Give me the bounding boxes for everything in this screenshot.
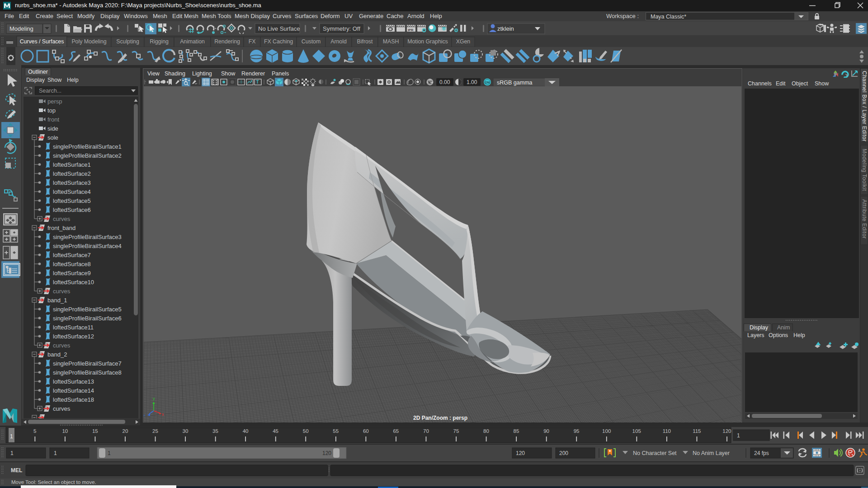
- svg-text:25: 25: [152, 428, 158, 434]
- svg-text:singleProfileBirailSurface1: singleProfileBirailSurface1: [53, 143, 122, 150]
- svg-text:Arnold: Arnold: [330, 38, 347, 45]
- svg-text:No Character Set: No Character Set: [633, 450, 677, 456]
- svg-text:curves: curves: [53, 342, 71, 349]
- svg-text:loftedSurface12: loftedSurface12: [53, 333, 94, 340]
- svg-text:120: 120: [722, 428, 731, 434]
- svg-text:55: 55: [333, 428, 339, 434]
- svg-text:XGen: XGen: [456, 38, 471, 45]
- svg-text:loftedSurface2: loftedSurface2: [53, 170, 91, 177]
- svg-text:loftedSurface11: loftedSurface11: [53, 324, 94, 331]
- svg-text:100: 100: [602, 428, 611, 434]
- svg-text:Motion Graphics: Motion Graphics: [407, 38, 448, 45]
- svg-text:loftedSurface13: loftedSurface13: [53, 378, 94, 385]
- svg-text:ztklein: ztklein: [497, 25, 514, 32]
- svg-text:85: 85: [514, 428, 519, 434]
- svg-text:115: 115: [693, 428, 701, 434]
- svg-text:curves: curves: [53, 288, 71, 295]
- svg-text:loftedSurface10: loftedSurface10: [53, 279, 94, 286]
- svg-text:No Anim Layer: No Anim Layer: [693, 450, 730, 456]
- svg-text:y: y: [153, 396, 155, 401]
- svg-text:1: 1: [10, 433, 13, 440]
- svg-text:FX Caching: FX Caching: [264, 38, 293, 45]
- svg-text:curves: curves: [53, 216, 71, 222]
- svg-text:70: 70: [423, 428, 429, 434]
- svg-text:band_1: band_1: [47, 297, 67, 304]
- svg-text:singleProfileBirailSurface8: singleProfileBirailSurface8: [53, 369, 122, 376]
- svg-text:ON: ON: [485, 81, 490, 84]
- svg-text:20: 20: [123, 428, 128, 434]
- svg-text:Bifrost: Bifrost: [357, 38, 373, 45]
- svg-text:Poly Modeling: Poly Modeling: [71, 38, 106, 45]
- svg-text:IPR: IPR: [408, 28, 414, 32]
- svg-text:MEL: MEL: [11, 467, 22, 474]
- svg-text:MASH: MASH: [383, 38, 399, 45]
- svg-text:75: 75: [453, 428, 459, 434]
- svg-text:30: 30: [183, 428, 189, 434]
- svg-text:1: 1: [108, 450, 111, 456]
- svg-text:120: 120: [322, 450, 331, 456]
- svg-text:top: top: [47, 107, 56, 114]
- svg-text:90: 90: [543, 428, 549, 434]
- svg-text:singleProfileBirailSurface3: singleProfileBirailSurface3: [53, 234, 122, 240]
- svg-text:T: T: [256, 80, 259, 84]
- svg-text:Symmetry: Off: Symmetry: Off: [323, 25, 360, 32]
- svg-text:loftedSurface1: loftedSurface1: [53, 161, 91, 168]
- svg-text:15: 15: [92, 428, 98, 434]
- svg-text:Curves / Surfaces: Curves / Surfaces: [20, 38, 64, 45]
- svg-text:105: 105: [632, 428, 641, 434]
- svg-text:sRGB gamma: sRGB gamma: [497, 80, 533, 86]
- svg-text:Sculpting: Sculpting: [116, 38, 139, 45]
- svg-text:Modeling: Modeling: [9, 25, 33, 32]
- svg-text:No Live Surface: No Live Surface: [258, 25, 300, 32]
- svg-text:curves: curves: [53, 405, 71, 412]
- svg-text:sole: sole: [47, 134, 58, 141]
- svg-text:loftedSurface14: loftedSurface14: [53, 387, 94, 394]
- svg-text:Move Tool: Select an object to: Move Tool: Select an object to move.: [11, 479, 96, 485]
- svg-text:120: 120: [516, 450, 525, 456]
- svg-text:24 fps: 24 fps: [754, 450, 769, 456]
- svg-text:60: 60: [363, 428, 369, 434]
- svg-text:singleProfileBirailSurface6: singleProfileBirailSurface6: [53, 315, 122, 322]
- svg-text:1: 1: [737, 432, 740, 439]
- svg-text:40: 40: [243, 428, 249, 434]
- svg-text:1: 1: [10, 450, 14, 456]
- svg-text:10: 10: [62, 428, 68, 434]
- svg-text:Rendering: Rendering: [214, 38, 240, 45]
- svg-text:loftedSurface9: loftedSurface9: [53, 270, 91, 277]
- svg-text:110: 110: [663, 428, 671, 434]
- svg-text:front: front: [47, 116, 59, 123]
- svg-text:95: 95: [574, 428, 580, 434]
- svg-text:loftedSurface7: loftedSurface7: [53, 252, 91, 258]
- svg-text:35: 35: [212, 428, 218, 434]
- svg-text:2D Pan/Zoom : persp: 2D Pan/Zoom : persp: [413, 415, 467, 421]
- svg-text:loftedSurface3: loftedSurface3: [53, 179, 91, 186]
- svg-text:singleProfileBirailSurface7: singleProfileBirailSurface7: [53, 360, 122, 367]
- svg-text:front_band: front_band: [47, 225, 75, 231]
- svg-text:1: 1: [54, 450, 57, 456]
- svg-text:Rigging: Rigging: [150, 38, 169, 45]
- svg-text:Custom: Custom: [302, 38, 321, 45]
- svg-text:singleProfileBirailSurface2: singleProfileBirailSurface2: [53, 152, 122, 159]
- svg-text:singleProfileBirailSurface4: singleProfileBirailSurface4: [53, 243, 122, 249]
- svg-text:loftedSurface8: loftedSurface8: [53, 261, 91, 267]
- svg-text:65: 65: [393, 428, 399, 434]
- svg-text:1.00: 1.00: [467, 79, 477, 85]
- svg-text:FX: FX: [249, 38, 256, 45]
- svg-text:Animation: Animation: [180, 38, 205, 45]
- svg-text:x: x: [162, 412, 164, 417]
- svg-text:side: side: [47, 125, 58, 132]
- svg-text:singleProfileBirailSurface5: singleProfileBirailSurface5: [53, 306, 122, 313]
- svg-text:loftedSurface18: loftedSurface18: [53, 396, 94, 403]
- svg-text:loftedSurface6: loftedSurface6: [53, 206, 91, 213]
- svg-text:50: 50: [303, 428, 309, 434]
- svg-text:200: 200: [559, 450, 568, 456]
- svg-text:5: 5: [33, 428, 36, 434]
- svg-text:0.00: 0.00: [439, 79, 450, 85]
- svg-text:80: 80: [483, 428, 489, 434]
- svg-text:loftedSurface4: loftedSurface4: [53, 188, 91, 195]
- svg-text:loftedSurface5: loftedSurface5: [53, 197, 91, 204]
- svg-text:band_2: band_2: [47, 351, 67, 358]
- svg-text:45: 45: [273, 428, 278, 434]
- svg-text:persp: persp: [47, 98, 62, 105]
